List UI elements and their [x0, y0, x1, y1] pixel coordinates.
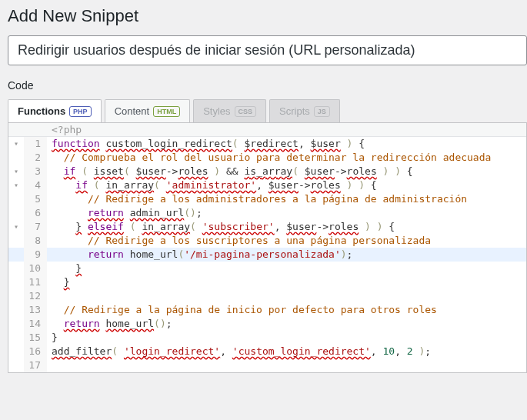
tab-content[interactable]: Content HTML	[105, 99, 191, 122]
code-line[interactable]: 10 }	[8, 262, 526, 275]
code-line[interactable]: 15 }	[8, 331, 526, 345]
code-line[interactable]: ▾7 } elseif ( in_array( 'subscriber', $u…	[8, 220, 526, 234]
tab-label: Styles	[203, 105, 230, 117]
js-badge: JS	[314, 106, 330, 117]
code-line[interactable]: 8 // Redirige a los suscriptores a una p…	[8, 234, 526, 248]
php-badge: PHP	[69, 106, 92, 117]
code-line[interactable]: 12	[8, 289, 526, 303]
tab-label: Scripts	[279, 105, 310, 117]
html-badge: HTML	[153, 106, 180, 117]
code-line[interactable]: 6 return admin_url();	[8, 206, 526, 220]
code-line[interactable]: 16 add_filter( 'login_redirect', 'custom…	[8, 345, 526, 358]
code-line[interactable]: 17	[8, 358, 526, 372]
code-line[interactable]: 13 // Redirige a la página de inicio por…	[8, 303, 526, 317]
tab-styles[interactable]: Styles CSS	[193, 99, 266, 122]
tab-functions[interactable]: Functions PHP	[8, 99, 102, 122]
code-line[interactable]: 9 return home_url('/mi-pagina-personaliz…	[8, 248, 526, 262]
language-tabs: Functions PHP Content HTML Styles CSS Sc…	[8, 99, 527, 122]
code-area[interactable]: ▾1 function custom_login_redirect( $redi…	[8, 137, 526, 372]
snippet-title-input[interactable]	[8, 35, 527, 65]
code-editor[interactable]: <?php ▾1 function custom_login_redirect(…	[8, 122, 527, 373]
code-line[interactable]: ▾4 if ( in_array( 'administrator', $user…	[8, 178, 526, 192]
code-line[interactable]: ▾3 if ( isset( $user->roles ) && is_arra…	[8, 165, 526, 178]
tab-scripts[interactable]: Scripts JS	[269, 99, 340, 122]
code-line[interactable]: ▾1 function custom_login_redirect( $redi…	[8, 137, 526, 151]
php-open-tag-line: <?php	[8, 123, 526, 137]
code-line[interactable]: 5 // Redirige a los administradores a la…	[8, 192, 526, 206]
code-line[interactable]: 11 }	[8, 275, 526, 289]
css-badge: CSS	[235, 106, 257, 117]
page-title: Add New Snippet	[8, 0, 527, 35]
code-section-label: Code	[8, 79, 527, 92]
code-line[interactable]: 2 // Comprueba el rol del usuario para d…	[8, 151, 526, 165]
code-line[interactable]: 14 return home_url();	[8, 317, 526, 331]
tab-label: Content	[115, 105, 150, 117]
tab-label: Functions	[18, 105, 65, 117]
